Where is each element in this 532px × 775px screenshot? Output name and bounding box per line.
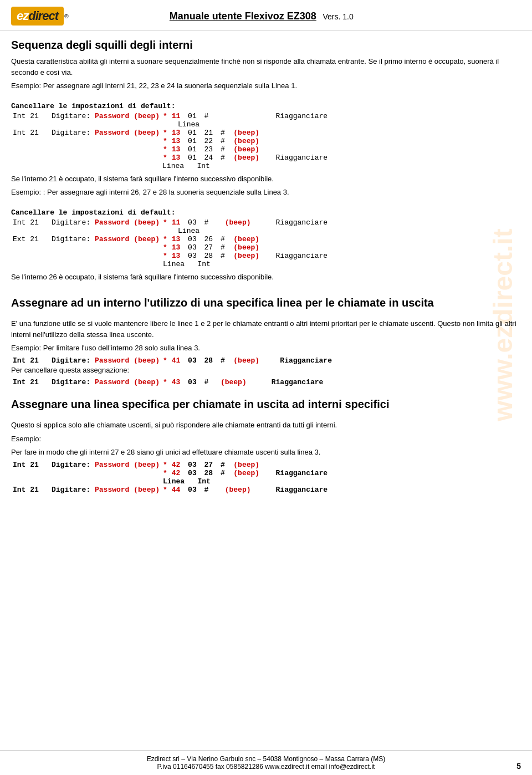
cmd-row-e3: Int 21 Digitare: Password (beep) * 44 03… xyxy=(11,486,329,494)
cancel-header-1: Cancellare le impostazioni di default: xyxy=(11,102,518,110)
page-number: 5 xyxy=(516,762,521,771)
logo: ezdirect xyxy=(11,7,64,26)
logo-area: ezdirect ® xyxy=(11,7,69,26)
section2-p1: E' una funzione utile se si vuole manten… xyxy=(11,318,518,340)
cmd-row-b4: * 13 03 28 # (beep) Riagganciare xyxy=(11,252,329,260)
section3-p1: Questo si applica solo alle chiamate usc… xyxy=(11,420,518,431)
section1-title: Sequenza degli squilli degli interni xyxy=(11,39,518,52)
cmd-row-4: * 13 01 23 # (beep) xyxy=(11,145,329,154)
footer-line1: Ezdirect srl – Via Nerino Garbuio snc – … xyxy=(11,755,521,763)
cmd-space-1 xyxy=(214,112,274,120)
int-label-2: Int 21 xyxy=(11,129,50,137)
manual-title: Manuale utente Flexivoz EZ308 xyxy=(170,11,316,22)
section3-esempio-label: Esempio: xyxy=(11,434,518,445)
int-label-1: Int 21 xyxy=(11,112,50,120)
linea-row-1: Linea xyxy=(11,120,329,129)
cmd-row-1: Int 21 Digitare: Password (beep) * 11 01… xyxy=(11,112,329,120)
cmd-row-5: * 13 01 24 # (beep) Riagganciare xyxy=(11,154,329,162)
cmd-row-2: Int 21 Digitare: Password (beep) * 13 01… xyxy=(11,129,329,137)
footer-line2: P.iva 01164670455 fax 0585821286 www.ezd… xyxy=(11,763,521,771)
command-block-3: Int 21 Digitare: Password (beep) * 41 03… xyxy=(11,356,334,365)
cmd-action-1: Riagganciare xyxy=(274,112,330,120)
linea-int-row-b1: Linea Int xyxy=(11,260,329,268)
cmd-row-b2: Ext 21 Digitare: Password (beep) * 13 03… xyxy=(11,235,329,243)
cmd-hash-1: # xyxy=(198,112,214,120)
cmd-row-3: * 13 01 22 # (beep) xyxy=(11,137,329,145)
cancel-header-2: Cancellare le impostazioni di default: xyxy=(11,208,518,217)
cmd-desc-2: Digitare: Password (beep) xyxy=(50,129,161,137)
cmd-num-1: 01 xyxy=(182,112,198,120)
cmd-row-e1: Int 21 Digitare: Password (beep) * 42 03… xyxy=(11,461,329,469)
section1-note2: Se l'interno 26 è occupato, il sistema f… xyxy=(11,272,518,283)
section3-esempio-text: Per fare in modo che gli interni 27 e 28… xyxy=(11,447,518,458)
command-block-4: Int 21 Digitare: Password (beep) * 43 03… xyxy=(11,378,325,386)
cmd-row-e2: * 42 03 28 # (beep) Riagganciare xyxy=(11,469,329,477)
command-block-2: Int 21 Digitare: Password (beep) * 11 03… xyxy=(11,218,329,268)
linea-row-b1: Linea xyxy=(11,227,329,235)
cmd-row-c1: Int 21 Digitare: Password (beep) * 41 03… xyxy=(11,356,334,365)
header: ezdirect ® Manuale utente Flexivoz EZ308… xyxy=(0,0,532,30)
section3-title: Assegnare una linea specifica per chiama… xyxy=(11,396,518,412)
page: ezdirect ® Manuale utente Flexivoz EZ308… xyxy=(0,0,532,775)
logo-registered: ® xyxy=(64,13,68,19)
command-block-5: Int 21 Digitare: Password (beep) * 42 03… xyxy=(11,461,329,494)
section2-esempio: Esempio: Per limitare l'uso dell'interno… xyxy=(11,343,518,354)
section1-p1: Questa caratteristica abilità gli intern… xyxy=(11,56,518,78)
section2-cancellare: Per cancellare questa assegnazione: xyxy=(11,365,518,376)
cmd-star-1: * 11 xyxy=(161,112,182,120)
content: Sequenza degli squilli degli interni Que… xyxy=(0,30,532,502)
section1-esempio2: Esempio: : Per assegnare agli interni 26… xyxy=(11,187,518,198)
linea-int-row-1: Linea Int xyxy=(11,162,329,170)
cmd-row-b1: Int 21 Digitare: Password (beep) * 11 03… xyxy=(11,218,329,227)
command-block-1: Int 21 Digitare: Password (beep) * 11 01… xyxy=(11,112,329,170)
footer: Ezdirect srl – Via Nerino Garbuio snc – … xyxy=(0,750,532,775)
cmd-row-b3: * 13 03 27 # (beep) xyxy=(11,243,329,252)
section2-title: Assegnare ad un interno l'utilizzo di un… xyxy=(11,295,518,310)
cmd-desc-1: Digitare: Password (beep) xyxy=(50,112,161,120)
section1-p2: Esempio: Per assegnare agli interni 21, … xyxy=(11,80,518,91)
section1-note1: Se l'interno 21 è occupato, il sistema f… xyxy=(11,174,518,185)
linea-int-row-e1: Linea Int xyxy=(11,477,329,486)
cmd-row-d1: Int 21 Digitare: Password (beep) * 43 03… xyxy=(11,378,325,386)
header-title: Manuale utente Flexivoz EZ308 Vers. 1.0 xyxy=(69,11,454,22)
version: Vers. 1.0 xyxy=(323,12,353,21)
